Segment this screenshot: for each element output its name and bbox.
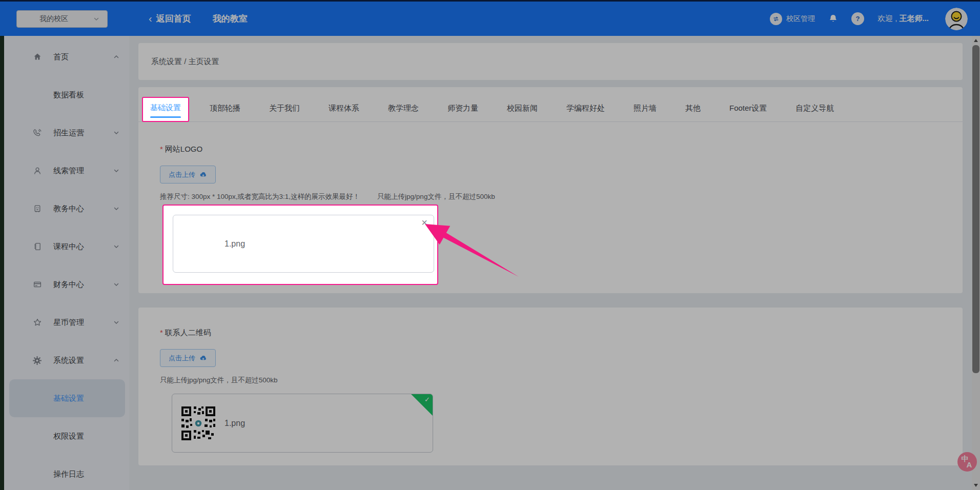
logo-hint-size: 推荐尺寸: 300px * 100px,或者宽高比为3:1,这样的展示效果最好！ bbox=[160, 193, 360, 200]
breadcrumb: 系统设置 / 主页设置 bbox=[138, 43, 963, 80]
translate-button[interactable]: 中 A bbox=[957, 452, 977, 472]
back-home-label: 返回首页 bbox=[156, 13, 191, 25]
tab-teaching-philosophy[interactable]: 教学理念 bbox=[388, 98, 419, 121]
screen-left-edge bbox=[0, 36, 4, 490]
campus-manage-label: 校区管理 bbox=[786, 14, 815, 24]
sidebar-item-label: 财务中心 bbox=[53, 280, 113, 290]
qr-section: *联系人二维码 点击上传 只能上传jpg/png文件，且不超过500kb bbox=[160, 328, 278, 385]
sidebar-item-label: 线索管理 bbox=[53, 166, 113, 176]
settings-card: 基础设置 顶部轮播 关于我们 课程体系 教学理念 师资力量 校园新闻 学编程好处… bbox=[138, 87, 963, 293]
campus-manage-button[interactable]: 校区管理 bbox=[770, 13, 815, 25]
notebook-icon bbox=[32, 242, 42, 252]
credit-card-icon bbox=[32, 280, 42, 290]
logo-upload-button[interactable]: 点击上传 bbox=[160, 166, 216, 183]
tab-bar: 基础设置 顶部轮播 关于我们 课程体系 教学理念 师资力量 校园新闻 学编程好处… bbox=[138, 87, 963, 122]
star-icon bbox=[32, 318, 42, 328]
tab-faculty[interactable]: 师资力量 bbox=[447, 98, 478, 121]
scrollbar-thumb[interactable] bbox=[972, 45, 979, 373]
qr-field-label: *联系人二维码 bbox=[160, 328, 278, 338]
upload-button-label: 点击上传 bbox=[169, 170, 195, 179]
qr-upload-button[interactable]: 点击上传 bbox=[160, 349, 216, 367]
sidebar-subitem-basic-settings[interactable]: 基础设置 bbox=[9, 379, 125, 417]
sidebar-item-label: 星币管理 bbox=[53, 318, 113, 328]
sidebar-nav: 首页 数据看板 招生运营 线索管理 教务中心 bbox=[4, 36, 129, 490]
qr-hint: 只能上传jpg/png文件，且不超过500kb bbox=[160, 376, 278, 385]
sidebar-item-label: 课程中心 bbox=[53, 242, 113, 252]
chevron-down-icon bbox=[113, 205, 120, 212]
sidebar-item-label: 教务中心 bbox=[53, 204, 113, 214]
back-home-link[interactable]: ‹ 返回首页 bbox=[149, 13, 191, 25]
tab-footer-settings[interactable]: Footer设置 bbox=[729, 98, 767, 121]
tab-photo-wall[interactable]: 照片墙 bbox=[634, 98, 657, 121]
sidebar-item-finance-center[interactable]: 财务中心 bbox=[4, 266, 129, 303]
close-icon[interactable]: × bbox=[421, 217, 427, 228]
sidebar-item-star-coin[interactable]: 星币管理 bbox=[4, 303, 129, 341]
sidebar-item-home[interactable]: 首页 bbox=[4, 38, 129, 76]
welcome-prefix: 欢迎 , bbox=[877, 14, 897, 23]
sidebar-item-system-settings[interactable]: 系统设置 bbox=[4, 341, 129, 379]
username: 王老师... bbox=[899, 14, 929, 23]
sidebar-subitem-label: 数据看板 bbox=[53, 90, 84, 100]
sidebar-subitem-data-dashboard[interactable]: 数据看板 bbox=[4, 76, 129, 114]
tab-top-carousel[interactable]: 顶部轮播 bbox=[210, 98, 240, 121]
chevron-down-icon bbox=[113, 319, 120, 326]
sidebar-subitem-label: 操作日志 bbox=[53, 469, 84, 479]
required-mark: * bbox=[160, 145, 163, 153]
sidebar-subitem-label: 权限设置 bbox=[53, 432, 84, 441]
logo-file-name: 1.png bbox=[224, 215, 245, 272]
switch-campus-icon bbox=[770, 13, 782, 25]
breadcrumb-card: 系统设置 / 主页设置 bbox=[138, 43, 963, 80]
chevron-up-icon bbox=[113, 357, 120, 364]
check-icon: ✓ bbox=[424, 396, 430, 403]
chevron-up-icon bbox=[113, 53, 120, 60]
sidebar-subitem-label: 基础设置 bbox=[53, 394, 84, 403]
campus-select[interactable]: 我的校区 bbox=[16, 10, 108, 28]
campus-select-value: 我的校区 bbox=[39, 14, 68, 24]
logo-field-label: *网站LOGO bbox=[160, 145, 495, 154]
notification-bell-icon[interactable] bbox=[828, 14, 838, 24]
logo-file-card[interactable]: 1.png × bbox=[173, 215, 434, 273]
tab-basic-settings[interactable]: 基础设置 bbox=[142, 97, 189, 122]
chevron-down-icon bbox=[93, 15, 100, 23]
chevron-down-icon bbox=[113, 281, 120, 288]
tab-campus-news[interactable]: 校园新闻 bbox=[507, 98, 538, 121]
qr-hint-type: 只能上传jpg/png文件，且不超过500kb bbox=[160, 376, 278, 384]
sidebar-subitem-operation-log[interactable]: 操作日志 bbox=[4, 455, 129, 490]
sidebar-item-course-center[interactable]: 课程中心 bbox=[4, 228, 129, 266]
chevron-down-icon bbox=[113, 129, 120, 136]
upload-cloud-icon bbox=[199, 171, 207, 178]
required-mark: * bbox=[160, 328, 163, 337]
chevron-left-icon: ‹ bbox=[149, 13, 152, 24]
my-classroom-link[interactable]: 我的教室 bbox=[213, 13, 248, 25]
tab-about-us[interactable]: 关于我们 bbox=[269, 98, 300, 121]
sidebar-item-label: 首页 bbox=[53, 52, 113, 62]
sidebar-subitem-permission-settings[interactable]: 权限设置 bbox=[4, 417, 129, 455]
translate-a-glyph: A bbox=[967, 460, 972, 469]
qr-file-name: 1.png bbox=[224, 394, 245, 452]
logo-hint-type: 只能上传jpg/png文件，且不超过500kb bbox=[377, 193, 495, 200]
sidebar-item-leads[interactable]: 线索管理 bbox=[4, 152, 129, 190]
qr-file-card[interactable]: 1.png ✓ bbox=[172, 394, 433, 453]
sidebar-item-label: 招生运营 bbox=[53, 128, 113, 138]
scroll-up-arrow-icon[interactable] bbox=[974, 39, 978, 42]
upload-cloud-icon bbox=[199, 354, 207, 362]
help-icon[interactable]: ? bbox=[851, 12, 864, 25]
home-icon bbox=[32, 52, 42, 62]
phone-icon bbox=[32, 128, 42, 138]
building-icon bbox=[32, 204, 42, 214]
sidebar-item-academic-affairs[interactable]: 教务中心 bbox=[4, 190, 129, 228]
logo-section: *网站LOGO 点击上传 推荐尺寸: 300px * 100px,或者宽高比为3… bbox=[160, 145, 495, 201]
tab-coding-benefits[interactable]: 学编程好处 bbox=[566, 98, 605, 121]
qr-settings-card: *联系人二维码 点击上传 只能上传jpg/png文件，且不超过500kb bbox=[138, 308, 963, 465]
welcome-text: 欢迎 , 王老师... bbox=[877, 14, 929, 24]
avatar[interactable] bbox=[945, 8, 968, 30]
scroll-down-arrow-icon[interactable] bbox=[974, 484, 978, 487]
sidebar-item-admissions[interactable]: 招生运营 bbox=[4, 114, 129, 152]
tab-other[interactable]: 其他 bbox=[685, 98, 701, 121]
vertical-scrollbar[interactable] bbox=[972, 36, 980, 490]
upload-button-label: 点击上传 bbox=[169, 354, 195, 363]
chevron-down-icon bbox=[113, 167, 120, 174]
top-header-bar: 我的校区 ‹ 返回首页 我的教室 校区管理 ? 欢迎 , 王老师... bbox=[0, 2, 980, 36]
tab-course-system[interactable]: 课程体系 bbox=[329, 98, 359, 121]
tab-custom-nav[interactable]: 自定义导航 bbox=[795, 98, 834, 121]
